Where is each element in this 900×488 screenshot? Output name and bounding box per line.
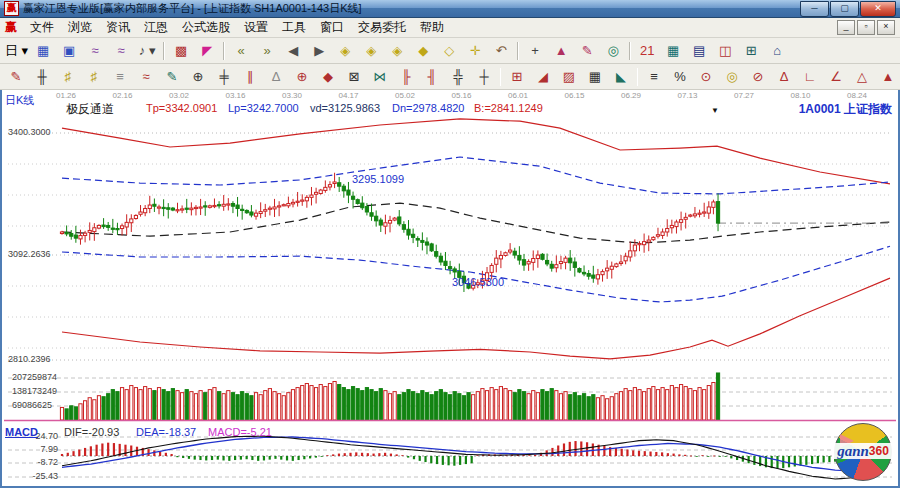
minimize-button[interactable]: ─	[800, 1, 829, 17]
menu-item[interactable]: 文件	[23, 18, 61, 37]
mdi-minimize-button[interactable]: _	[837, 20, 855, 35]
undo-icon[interactable]: ↶	[488, 39, 514, 63]
half-triangle-icon[interactable]: ◣	[608, 65, 634, 89]
compress-h-icon[interactable]: ◈	[384, 39, 410, 63]
cycle-icon[interactable]: ◎	[600, 39, 626, 63]
menu-item[interactable]: 设置	[237, 18, 275, 37]
compress-right-icon[interactable]: ◈	[358, 39, 384, 63]
menu-item[interactable]: 浏览	[61, 18, 99, 37]
export-icon[interactable]: ⊞	[738, 39, 764, 63]
gann-grid-icon[interactable]: ♯	[55, 65, 81, 89]
menu-item[interactable]: 交易委托	[351, 18, 413, 37]
draw-icon[interactable]: ✎	[574, 39, 600, 63]
grid-tool-icon[interactable]: ╫	[29, 65, 55, 89]
mdi-close-button[interactable]: ×	[877, 20, 895, 35]
calendar-icon[interactable]: 21	[634, 39, 660, 63]
title-bar[interactable]: 赢 赢家江恩专业版[赢家内部服务平台] - [上证指数 SH1A0001-143…	[0, 0, 900, 18]
tri-up-icon[interactable]: △	[849, 65, 875, 89]
toolbar-drawing-tools: ✎╫♯♯≡≈✎⊕╪∥Δ⊕◆⊠⋈╟╢╬┼⊞◢▨▦◣≡%⊙◎⊘Δ∟∠△▲◥	[0, 64, 900, 90]
wave-up-icon[interactable]: ≈	[108, 39, 134, 63]
channel-line-Tp	[62, 119, 890, 184]
parallel-lines-icon[interactable]: ∥	[237, 65, 263, 89]
box-tool-icon[interactable]: ⊠	[341, 65, 367, 89]
window-title: 赢家江恩专业版[赢家内部服务平台] - [上证指数 SH1A0001-143日K…	[23, 1, 362, 16]
right-angle-icon[interactable]: ∟	[797, 65, 823, 89]
trend-line-icon[interactable]: ✎	[3, 65, 29, 89]
tri-solid-icon[interactable]: ▲	[875, 65, 900, 89]
fan-right-icon[interactable]: ╢	[419, 65, 445, 89]
gann360-logo: gann360	[832, 422, 894, 482]
menu-item[interactable]: 资讯	[99, 18, 137, 37]
wave-tool-icon[interactable]: ≈	[133, 65, 159, 89]
close-button[interactable]: ✕	[860, 1, 896, 17]
pencil2-icon[interactable]: ✎	[159, 65, 185, 89]
chart-window-icon[interactable]: ▣	[56, 39, 82, 63]
kline-chart-canvas[interactable]	[0, 90, 900, 488]
lattice-icon[interactable]: ╬	[445, 65, 471, 89]
window-border-left	[0, 90, 2, 488]
angle-tool-icon[interactable]: ∠	[823, 65, 849, 89]
table-tool-icon[interactable]: ▦	[582, 65, 608, 89]
ruler-icon[interactable]: ╪	[211, 65, 237, 89]
last-bar-icon[interactable]: »	[254, 39, 280, 63]
mdi-window-controls: _▫×	[837, 20, 895, 35]
multi-chart-icon[interactable]: ▦	[30, 39, 56, 63]
zoom-out-icon[interactable]: ◆	[410, 39, 436, 63]
gann-circle-icon[interactable]: ⊕	[289, 65, 315, 89]
expand-icon[interactable]: ✛	[462, 39, 488, 63]
menu-item[interactable]: 江恩	[137, 18, 175, 37]
pointer-icon[interactable]: ▲	[548, 39, 574, 63]
prev-bar-icon[interactable]: ◀	[280, 39, 306, 63]
menu-item[interactable]: 帮助	[413, 18, 451, 37]
toolbar-separator	[517, 42, 519, 60]
mdi-restore-button[interactable]: ▫	[857, 20, 875, 35]
compress-left-icon[interactable]: ◈	[332, 39, 358, 63]
quote-list-icon[interactable]: ▤	[686, 39, 712, 63]
percent-tool-icon[interactable]: %	[667, 65, 693, 89]
red-chart-icon[interactable]: ▩	[168, 39, 194, 63]
next-bar-icon[interactable]: ▶	[306, 39, 332, 63]
toolbar-main: 日 ▾▦▣≈≈♪ ▾▩◤«»◀▶◈◈◈◆◇✛↶+▲✎◎21▦▤◫⊞⌂	[0, 38, 900, 64]
logo-text-gann: gann	[837, 443, 869, 460]
wedge-icon[interactable]: ◢	[530, 65, 556, 89]
h-levels-icon[interactable]: ≡	[107, 65, 133, 89]
menu-item[interactable]: 公式选股	[175, 18, 237, 37]
fan-left-icon[interactable]: ╟	[393, 65, 419, 89]
crosshair-icon[interactable]: +	[522, 39, 548, 63]
toolbar-separator	[629, 42, 631, 60]
marker-menu-icon[interactable]: ♪ ▾	[134, 39, 160, 63]
maximize-button[interactable]: ▢	[830, 1, 859, 17]
toolbar-separator	[500, 68, 501, 86]
period-day-selector[interactable]: 日 ▾	[3, 39, 30, 63]
first-bar-icon[interactable]: «	[228, 39, 254, 63]
candlesticks	[60, 173, 719, 292]
tools-icon[interactable]: ⌂	[764, 39, 790, 63]
triangle-tool-icon[interactable]: Δ	[263, 65, 289, 89]
channel-line-B	[62, 278, 890, 359]
menu-items: 文件浏览资讯江恩公式选股设置工具窗口交易委托帮助	[23, 18, 451, 37]
flag-chart-icon[interactable]: ◤	[194, 39, 220, 63]
circle-ring-icon[interactable]: ◎	[719, 65, 745, 89]
channel-line-Lp	[62, 157, 890, 194]
circle-dot-icon[interactable]: ⊙	[693, 65, 719, 89]
volume-bars	[60, 373, 719, 420]
chart-area: 01.2602.1603.0203.1603.3004.1705.0205.16…	[0, 90, 900, 488]
gann-grid2-icon[interactable]: ♯	[81, 65, 107, 89]
calculator-icon[interactable]: ▦	[660, 39, 686, 63]
window-grid-icon[interactable]: ⊞	[504, 65, 530, 89]
gann-angle-icon[interactable]: Δ	[771, 65, 797, 89]
zoom-in-icon[interactable]: ◇	[436, 39, 462, 63]
cross-tool-icon[interactable]: ┼	[471, 65, 497, 89]
retrace-levels-icon[interactable]: ≡	[641, 65, 667, 89]
menu-item[interactable]: 窗口	[313, 18, 351, 37]
logo-text-360: 360	[869, 444, 889, 458]
circle-cross-icon[interactable]: ⊕	[185, 65, 211, 89]
bowtie-tool-icon[interactable]: ⋈	[367, 65, 393, 89]
hatch-box-icon[interactable]: ▨	[556, 65, 582, 89]
app-logo-icon: 赢	[4, 1, 19, 16]
wave-small-icon[interactable]: ≈	[82, 39, 108, 63]
diamond-tool-icon[interactable]: ◆	[315, 65, 341, 89]
circle-slash-icon[interactable]: ⊘	[745, 65, 771, 89]
save-icon[interactable]: ◫	[712, 39, 738, 63]
menu-item[interactable]: 工具	[275, 18, 313, 37]
